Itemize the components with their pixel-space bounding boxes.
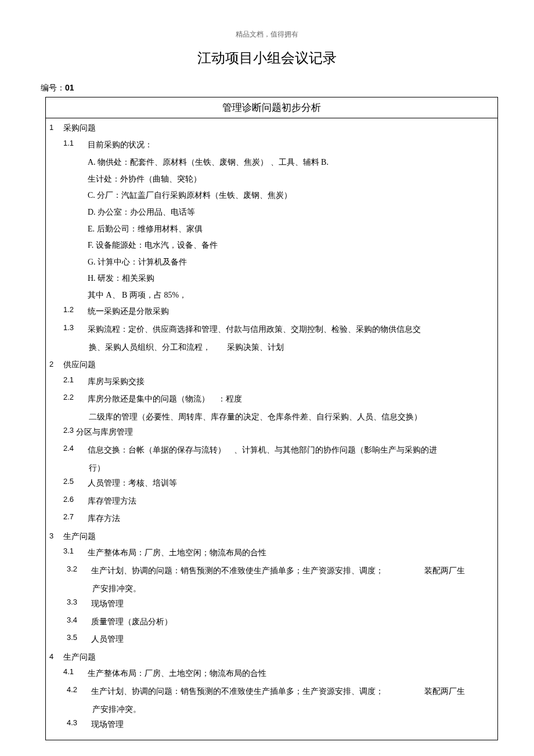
list-item: C. 分厂：汽缸盖厂自行采购原材料（生铁、废钢、焦炭） [88, 188, 492, 204]
list-item: H. 研发：相关采购 [88, 271, 492, 287]
item-number: 1.2 [63, 304, 88, 316]
item-continuation: 行） [63, 461, 492, 476]
item-continuation: 二级库的管理（必要性、周转库、库存量的决定、仓库条件差、自行采购、人员、信息交换… [63, 410, 492, 425]
document-number: 编号：01 [41, 81, 493, 95]
section-1: 1 采购问题 1.1 目前采购的状况： A. 物供处：配套件、原材料（生铁、废钢… [46, 122, 492, 355]
item-text: 统一采购还是分散采购 [88, 304, 492, 320]
item-text: 现场管理 [91, 717, 492, 733]
item-continuation: 产安排冲突。 [63, 702, 492, 718]
item-text: 现场管理 [91, 596, 492, 612]
item-text: 采购流程：定价、供应商选择和管理、付款与信用政策、交期控制、检验、采购的物供信息… [88, 322, 492, 338]
document-title: 江动项目小组会议记录 [41, 47, 493, 69]
item-number: 2.5 [63, 476, 88, 488]
section-title: 供应问题 [63, 359, 492, 371]
list-item: 其中 A、 B 两项，占 85%， [88, 288, 492, 303]
item-text: 生产整体布局：厂房、土地空闲；物流布局的合性 [88, 666, 492, 682]
item-text: 库房分散还是集中的问题（物流） ：程度 [88, 392, 492, 407]
section-title: 生产问题 [63, 530, 492, 543]
list-item: A. 物供处：配套件、原材料（生铁、废钢、焦炭） 、工具、辅料 B. [88, 155, 492, 171]
section-number: 1 [46, 122, 63, 134]
list-item: D. 办公室：办公用品、电话等 [88, 205, 492, 220]
item-number: 3.3 [67, 596, 91, 609]
header-note: 精品文档，值得拥有 [41, 29, 493, 40]
item-text: 信息交换：台帐（单据的保存与流转） 、计算机、与其他部门的协作问题（影响生产与采… [88, 443, 492, 458]
item-number: 3.4 [67, 614, 91, 627]
section-title: 生产问题 [63, 651, 492, 664]
list-item: F. 设备能源处：电水汽，设备、备件 [88, 238, 492, 254]
item-text: 库存方法 [88, 511, 492, 527]
table-header: 管理诊断问题初步分析 [46, 97, 497, 118]
item-number: 2.7 [63, 511, 88, 523]
list-item: 生计处：外协件（曲轴、突轮） [88, 172, 492, 187]
item-number: 1.1 [63, 138, 88, 150]
item-text: 生产整体布局：厂房、土地空闲；物流布局的合性 [88, 545, 492, 561]
item-number: 2.2 [63, 392, 88, 404]
purchase-list: A. 物供处：配套件、原材料（生铁、废钢、焦炭） 、工具、辅料 B. 生计处：外… [63, 155, 492, 303]
item-continuation: 换、采购人员组织、分工和流程， 采购决策、计划 [63, 340, 492, 356]
section-2: 2 供应问题 2.1 库房与采购交接 2.2 库房分散还是集中的问题（物流） ：… [46, 359, 492, 527]
list-item: G. 计算中心：计算机及备件 [88, 255, 492, 270]
item-number: 4.3 [67, 717, 91, 729]
section-title: 采购问题 [63, 122, 492, 135]
item-text: 人员管理 [91, 632, 492, 648]
item-number: 2.3 [63, 425, 76, 437]
item-text: 分区与库房管理 [76, 425, 492, 440]
item-number: 1.3 [63, 322, 88, 334]
item-text: 生产计划、协调的问题：销售预测的不准致使生产插单多；生产资源安排、调度； 装配两… [91, 684, 492, 700]
section-3: 3 生产问题 3.1 生产整体布局：厂房、土地空闲；物流布局的合性 3.2 生产… [46, 530, 492, 648]
analysis-table: 管理诊断问题初步分析 1 采购问题 1.1 目前采购的状况： A. 物供处：配套… [45, 97, 498, 740]
item-text: 目前采购的状况： [88, 138, 492, 153]
doc-number-value: 01 [65, 83, 74, 92]
doc-number-label: 编号： [41, 84, 65, 92]
item-text: 人员管理：考核、培训等 [88, 476, 492, 491]
section-number: 3 [46, 530, 63, 542]
item-text: 质量管理（废品分析） [91, 614, 492, 630]
section-number: 2 [46, 359, 63, 371]
table-content: 1 采购问题 1.1 目前采购的状况： A. 物供处：配套件、原材料（生铁、废钢… [46, 118, 497, 740]
item-number: 3.1 [63, 545, 88, 558]
item-number: 3.5 [67, 632, 91, 644]
list-item: E. 后勤公司：维修用材料、家俱 [88, 222, 492, 237]
item-text: 库存管理方法 [88, 494, 492, 509]
item-continuation: 产安排冲突。 [63, 581, 492, 597]
item-number: 3.2 [67, 563, 91, 576]
item-text: 生产计划、协调的问题：销售预测的不准致使生产插单多；生产资源安排、调度； 装配两… [91, 563, 492, 579]
item-number: 4.1 [63, 666, 88, 678]
item-number: 2.1 [63, 374, 88, 386]
item-number: 2.6 [63, 494, 88, 506]
item-text: 库房与采购交接 [88, 374, 492, 390]
section-4: 4 生产问题 4.1 生产整体布局：厂房、土地空闲；物流布局的合性 4.2 生产… [46, 651, 492, 733]
item-number: 2.4 [63, 443, 88, 455]
item-number: 4.2 [67, 684, 91, 696]
section-number: 4 [46, 651, 63, 663]
